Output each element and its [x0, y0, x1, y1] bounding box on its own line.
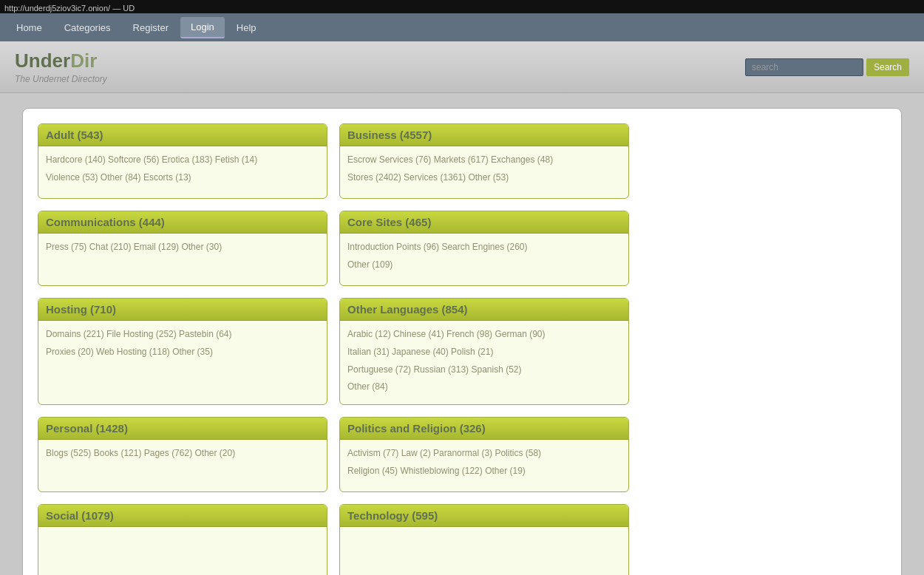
subcategory-line: Other (84): [347, 379, 621, 395]
category-card: Other Languages (854)Arabic (12) Chinese…: [339, 298, 629, 405]
subcategory-item[interactable]: Exchanges (48): [491, 154, 553, 165]
subcategory-item[interactable]: Other (20): [194, 448, 235, 458]
category-body: Escrow Services (76) Markets (617) Excha…: [340, 146, 628, 198]
category-title[interactable]: Core Sites (465): [347, 216, 431, 228]
subcategory-item[interactable]: Softcore (56): [108, 154, 159, 165]
subcategory-item[interactable]: Search Engines (260): [441, 242, 527, 252]
subcategory-item[interactable]: Hardcore (140): [46, 154, 106, 165]
subcategory-item[interactable]: Law (2): [401, 448, 431, 458]
subcategory-item[interactable]: Activism (77): [347, 448, 398, 458]
subcategory-item[interactable]: Pastebin (64): [179, 329, 231, 339]
search-input[interactable]: [745, 58, 863, 76]
subcategory-item[interactable]: Web Hosting (118): [96, 347, 170, 357]
category-title[interactable]: Communications (444): [46, 216, 165, 228]
nav-item-login[interactable]: Login: [180, 17, 225, 38]
subcategory-line: Portuguese (72) Russian (313) Spanish (5…: [347, 362, 621, 378]
subcategory-item[interactable]: Polish (21): [451, 347, 493, 357]
subcategory-item[interactable]: Religion (45): [347, 466, 398, 476]
logo-under: Under: [15, 50, 70, 72]
subcategory-line: Proxies (20) Web Hosting (118) Other (35…: [46, 344, 319, 360]
category-title[interactable]: Social (1079): [46, 509, 114, 522]
subcategory-item[interactable]: Markets (617): [434, 154, 489, 165]
category-body: Introduction Points (96) Search Engines …: [340, 234, 628, 285]
subcategory-item[interactable]: Other (84): [101, 172, 141, 183]
category-card: Technology (595): [339, 504, 629, 575]
categories-grid: Adult (543)Hardcore (140) Softcore (56) …: [38, 123, 629, 575]
subcategory-item[interactable]: Violence (53): [46, 172, 98, 183]
subcategory-item[interactable]: Whistleblowing (122): [400, 466, 482, 476]
subcategory-item[interactable]: Arabic (12): [347, 329, 391, 339]
search-area: Search: [745, 58, 909, 76]
category-body: Blogs (525) Books (121) Pages (762) Othe…: [38, 440, 327, 491]
category-title[interactable]: Personal (1428): [46, 422, 128, 435]
category-body: Domains (221) File Hosting (252) Pastebi…: [38, 321, 327, 372]
category-body: Activism (77) Law (2) Paranormal (3) Pol…: [340, 440, 628, 491]
subcategory-item[interactable]: Introduction Points (96): [347, 242, 439, 252]
subcategory-line: Hardcore (140) Softcore (56) Erotica (18…: [46, 152, 319, 168]
category-header: Core Sites (465): [340, 211, 628, 234]
subcategory-line: Italian (31) Japanese (40) Polish (21): [347, 344, 621, 360]
subcategory-item[interactable]: Escorts (13): [143, 172, 191, 183]
subcategory-item[interactable]: French (98): [446, 329, 492, 339]
subcategory-item[interactable]: Email (129): [134, 242, 179, 252]
subcategory-item[interactable]: Proxies (20): [46, 347, 94, 357]
subcategory-item[interactable]: Other (19): [485, 466, 526, 476]
subcategory-item[interactable]: Fetish (14): [215, 154, 257, 165]
subcategory-item[interactable]: Services (1361): [404, 172, 466, 183]
category-card: Politics and Religion (326)Activism (77)…: [339, 417, 629, 492]
nav-item-register[interactable]: Register: [123, 18, 179, 38]
subcategory-item[interactable]: Japanese (40): [392, 347, 449, 357]
category-body: [340, 527, 628, 575]
category-header: Technology (595): [340, 505, 628, 527]
subcategory-line: Escrow Services (76) Markets (617) Excha…: [347, 152, 621, 168]
category-card: Social (1079): [38, 504, 327, 575]
subcategory-item[interactable]: Spanish (52): [471, 364, 521, 375]
subcategory-item[interactable]: Russian (313): [413, 364, 469, 375]
main-content: Adult (543)Hardcore (140) Softcore (56) …: [0, 93, 924, 575]
category-title[interactable]: Adult (543): [46, 129, 103, 141]
subcategory-item[interactable]: File Hosting (252): [106, 329, 177, 339]
category-title[interactable]: Other Languages (854): [347, 303, 468, 316]
category-card: Adult (543)Hardcore (140) Softcore (56) …: [38, 123, 327, 199]
subcategory-item[interactable]: Other (109): [347, 259, 393, 270]
title-bar: http://underdj5ziov3ic7.onion/ — UD: [0, 0, 924, 13]
category-header: Other Languages (854): [340, 299, 628, 321]
categories-container: Adult (543)Hardcore (140) Softcore (56) …: [22, 108, 902, 575]
search-button[interactable]: Search: [866, 58, 909, 76]
subcategory-item[interactable]: Politics (58): [495, 448, 541, 458]
category-title[interactable]: Hosting (710): [46, 303, 116, 316]
category-header: Social (1079): [38, 505, 327, 527]
category-header: Personal (1428): [38, 418, 327, 440]
subcategory-item[interactable]: Blogs (525): [46, 448, 91, 458]
subcategory-item[interactable]: Books (121): [94, 448, 142, 458]
subcategory-item[interactable]: Other (84): [347, 381, 388, 392]
subcategory-item[interactable]: Italian (31): [347, 347, 390, 357]
subcategory-item[interactable]: Other (53): [468, 172, 509, 183]
subcategory-item[interactable]: Chinese (41): [393, 329, 444, 339]
nav-item-help[interactable]: Help: [226, 18, 267, 38]
category-header: Business (4557): [340, 124, 628, 146]
subcategory-item[interactable]: Stores (2402): [347, 172, 401, 183]
subcategory-item[interactable]: Pages (762): [144, 448, 192, 458]
subcategory-item[interactable]: Other (35): [172, 347, 213, 357]
category-header: Adult (543): [38, 124, 327, 146]
subcategory-item[interactable]: Chat (210): [89, 242, 132, 252]
subcategory-item[interactable]: Other (30): [181, 242, 222, 252]
subcategory-item[interactable]: German (90): [495, 329, 545, 339]
category-body: [38, 527, 327, 575]
subcategory-line: Domains (221) File Hosting (252) Pastebi…: [46, 327, 319, 342]
subcategory-item[interactable]: Paranormal (3): [433, 448, 492, 458]
subcategory-item[interactable]: Domains (221): [46, 329, 104, 339]
nav-item-categories[interactable]: Categories: [54, 18, 121, 38]
subcategory-line: Stores (2402) Services (1361) Other (53): [347, 170, 621, 186]
category-title[interactable]: Politics and Religion (326): [347, 422, 486, 435]
subcategory-item[interactable]: Erotica (183): [162, 154, 213, 165]
nav-item-home[interactable]: Home: [6, 18, 52, 38]
category-title[interactable]: Technology (595): [347, 509, 438, 522]
subcategory-item[interactable]: Escrow Services (76): [347, 154, 431, 165]
subcategory-item[interactable]: Portuguese (72): [347, 364, 411, 375]
subcategory-item[interactable]: Press (75): [46, 242, 86, 252]
category-body: Hardcore (140) Softcore (56) Erotica (18…: [38, 146, 327, 198]
category-card: Personal (1428)Blogs (525) Books (121) P…: [38, 417, 327, 492]
category-title[interactable]: Business (4557): [347, 129, 432, 141]
